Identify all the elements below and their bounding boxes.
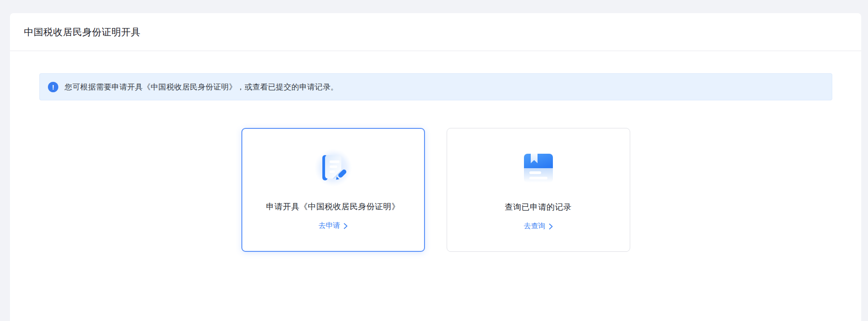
chevron-right-icon bbox=[549, 223, 553, 230]
content-panel: 中国税收居民身份证明开具 ! 您可根据需要申请开具《中国税收居民身份证明》，或查… bbox=[10, 13, 861, 321]
go-apply-link-label: 去申请 bbox=[319, 221, 340, 231]
card-title: 查询已申请的记录 bbox=[505, 202, 572, 212]
card-title: 申请开具《中国税收居民身份证明》 bbox=[266, 201, 400, 212]
chevron-right-icon bbox=[344, 223, 348, 229]
action-cards-row: 申请开具《中国税收居民身份证明》 去申请 bbox=[10, 128, 861, 252]
info-circle-icon: ! bbox=[48, 82, 58, 92]
apply-card[interactable]: 申请开具《中国税收居民身份证明》 去申请 bbox=[241, 128, 425, 252]
document-edit-icon bbox=[313, 148, 353, 188]
go-query-link[interactable]: 去查询 bbox=[524, 222, 553, 231]
info-banner: ! 您可根据需要申请开具《中国税收居民身份证明》，或查看已提交的申请记录。 bbox=[39, 73, 832, 100]
book-records-icon bbox=[519, 148, 558, 188]
query-card[interactable]: 查询已申请的记录 去查询 bbox=[447, 128, 630, 252]
go-query-link-label: 去查询 bbox=[524, 222, 546, 231]
banner-text: 您可根据需要申请开具《中国税收居民身份证明》，或查看已提交的申请记录。 bbox=[65, 82, 339, 92]
page-title: 中国税收居民身份证明开具 bbox=[24, 26, 141, 38]
page-header: 中国税收居民身份证明开具 bbox=[10, 13, 861, 51]
go-apply-link[interactable]: 去申请 bbox=[319, 221, 348, 231]
